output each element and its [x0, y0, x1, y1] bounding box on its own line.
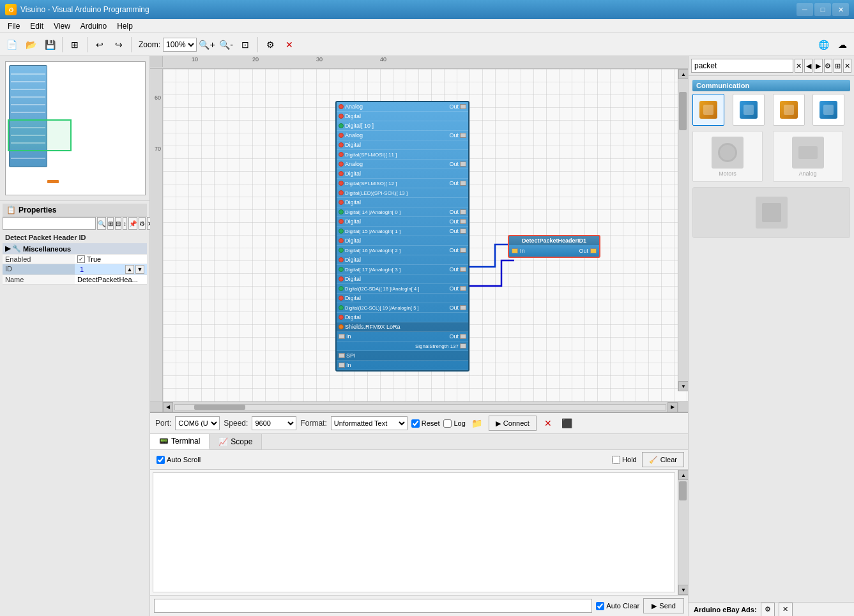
terminal-vscroll-thumb[interactable] [679, 481, 687, 500]
terminal-vscroll-down[interactable]: ▼ [678, 585, 688, 595]
palette-item-analog[interactable]: Analog [773, 131, 843, 182]
id-number: 1 [77, 265, 124, 274]
send-button[interactable]: ▶ Send [643, 598, 684, 613]
app-title: Visuino - Visual Arduino Programming [20, 5, 149, 14]
menu-edit[interactable]: Edit [25, 20, 49, 32]
search-next-btn[interactable]: ▶ [814, 59, 822, 73]
terminal-vscroll-up[interactable]: ▲ [678, 470, 688, 480]
palette-item-motors[interactable]: Motors [692, 131, 763, 182]
palette-title-communication: Communication [692, 80, 850, 91]
vscroll-up-btn[interactable]: ▲ [678, 69, 688, 79]
stop-btn[interactable]: ⬛ [560, 416, 575, 431]
component-label: Detect Packet Header ID [3, 232, 147, 243]
visuino-btn1[interactable]: 🌐 [814, 36, 832, 54]
menu-file[interactable]: File [3, 20, 25, 32]
redo-button[interactable]: ↪ [110, 36, 128, 54]
new-button[interactable]: 📄 [3, 36, 20, 54]
compile-button[interactable]: ⚙ [261, 36, 279, 54]
visuino-btn2[interactable]: ☁ [834, 36, 851, 54]
vscroll-thumb[interactable] [679, 92, 687, 130]
ads-settings-btn[interactable]: ⚙ [761, 603, 775, 617]
close-button[interactable]: ✕ [832, 3, 849, 16]
search-input[interactable] [691, 59, 793, 73]
palette-item-3[interactable] [773, 94, 805, 126]
pin-digital-9: Digital [337, 294, 468, 303]
pin-a2: Digital[ 16 ]/AnalogIn[ 2 ] Out [337, 246, 468, 255]
search-prev-btn[interactable]: ◀ [804, 59, 812, 73]
terminal-output[interactable] [153, 472, 675, 592]
hscroll-right-btn[interactable]: ▶ [667, 402, 678, 412]
vscroll-down-btn[interactable]: ▼ [678, 381, 688, 391]
terminal-vscrollbar[interactable]: ▲ ▼ [678, 470, 688, 595]
properties-panel: 📋 Properties 🔍 ⊞ ⊟ ↕ 📌 ⚙ ✕ Detect Packet… [0, 200, 149, 616]
props-pin-btn[interactable]: 📌 [128, 217, 137, 230]
tab-scope[interactable]: 📈 Scope [210, 434, 262, 449]
hold-checkbox[interactable]: Hold [612, 456, 637, 464]
log-checkbox[interactable]: Log [443, 419, 465, 428]
pin-a1: Digital[ 15 ]/AnalogIn[ 1 ] Out [337, 227, 468, 236]
ruler-mark-70: 70 [155, 146, 161, 152]
palette-item-4[interactable] [812, 94, 844, 126]
auto-clear-checkbox[interactable]: Auto Clear [596, 602, 639, 610]
minimize-button[interactable]: ─ [797, 3, 813, 16]
enabled-checkbox[interactable] [77, 255, 85, 263]
zoom-fit-button[interactable]: ⊡ [236, 36, 254, 54]
canvas[interactable]: Analog Out Digital Digital[ 10 ] Ana [163, 69, 688, 402]
search-close-btn[interactable]: ✕ [843, 59, 851, 73]
open-button[interactable]: 📂 [22, 36, 40, 54]
connect-button[interactable]: ▶ Connect [489, 416, 537, 431]
palette-section-motors: Motors Analog [692, 131, 850, 182]
props-collapse-btn[interactable]: ⊟ [115, 217, 121, 230]
analog-label: Analog [798, 170, 816, 177]
undo-button[interactable]: ↩ [91, 36, 109, 54]
zoom-in-button[interactable]: 🔍+ [198, 36, 216, 54]
props-find-btn[interactable]: 🔍 [97, 217, 106, 230]
canvas-hscrollbar[interactable]: ◀ ▶ [150, 402, 688, 412]
hscroll-thumb[interactable] [194, 405, 245, 410]
palette-item-1[interactable] [692, 94, 724, 126]
speed-select[interactable]: 300 1200 2400 4800 9600 19200 [252, 416, 296, 430]
port-select[interactable]: COM6 (U [175, 416, 220, 430]
palette-item-2[interactable] [733, 94, 765, 126]
palette-item-large[interactable] [692, 187, 850, 238]
ads-close-btn[interactable]: ✕ [779, 603, 793, 617]
tab-terminal[interactable]: 📟 Terminal [150, 434, 210, 449]
pin-spi: SPI [337, 351, 468, 361]
misc-icon: 🔧 [12, 244, 21, 253]
arduino-board[interactable]: Analog Out Digital Digital[ 10 ] Ana [335, 101, 469, 372]
menu-view[interactable]: View [49, 20, 75, 32]
properties-title: 📋 Properties [3, 204, 147, 217]
id-up-btn[interactable]: ▲ [125, 265, 134, 274]
id-down-btn[interactable]: ▼ [135, 265, 144, 274]
auto-scroll-checkbox[interactable]: Auto Scroll [156, 456, 201, 464]
name-val: DetectPacketHea... [75, 275, 147, 284]
properties-search[interactable] [3, 217, 96, 230]
zoom-out-button[interactable]: 🔍- [217, 36, 235, 54]
props-settings-btn[interactable]: ⚙ [139, 217, 146, 230]
detect-component[interactable]: DetectPacketHeaderID1 In Out [508, 235, 600, 258]
delete-button[interactable]: ✕ [280, 36, 298, 54]
disconnect-icon-btn[interactable]: ✕ [540, 416, 556, 431]
grid-button[interactable]: ⊞ [66, 36, 84, 54]
ruler-mark-30: 30 [316, 56, 323, 63]
save-button[interactable]: 💾 [41, 36, 59, 54]
serial-input[interactable] [154, 599, 592, 613]
search-settings-btn[interactable]: ⚙ [824, 59, 832, 73]
menu-arduino[interactable]: Arduino [75, 20, 112, 32]
search-clear-btn[interactable]: ✕ [795, 59, 803, 73]
detect-out-label: Out [579, 248, 588, 254]
props-sort-btn[interactable]: ↕ [123, 217, 127, 230]
zoom-select[interactable]: 50% 75% 100% 125% 150% 200% [163, 38, 197, 52]
menu-help[interactable]: Help [112, 20, 138, 32]
props-group-misc[interactable]: ▶ 🔧 Miscellaneous [3, 243, 147, 254]
props-expand-btn[interactable]: ⊞ [107, 217, 114, 230]
clear-button[interactable]: 🧹 Clear [642, 452, 684, 467]
reset-checkbox[interactable]: Reset [411, 419, 440, 428]
hscroll-left-btn[interactable]: ◀ [163, 402, 173, 412]
search-expand-btn[interactable]: ⊞ [834, 59, 842, 73]
pin-digital-10: Digital[ 10 ] [337, 121, 468, 131]
maximize-button[interactable]: □ [814, 3, 831, 16]
format-select[interactable]: Unformatted Text Hex Decimal ASCII [331, 416, 408, 430]
log-file-btn[interactable]: 📁 [469, 416, 485, 431]
canvas-vscrollbar[interactable]: ▲ ▼ [678, 69, 688, 391]
